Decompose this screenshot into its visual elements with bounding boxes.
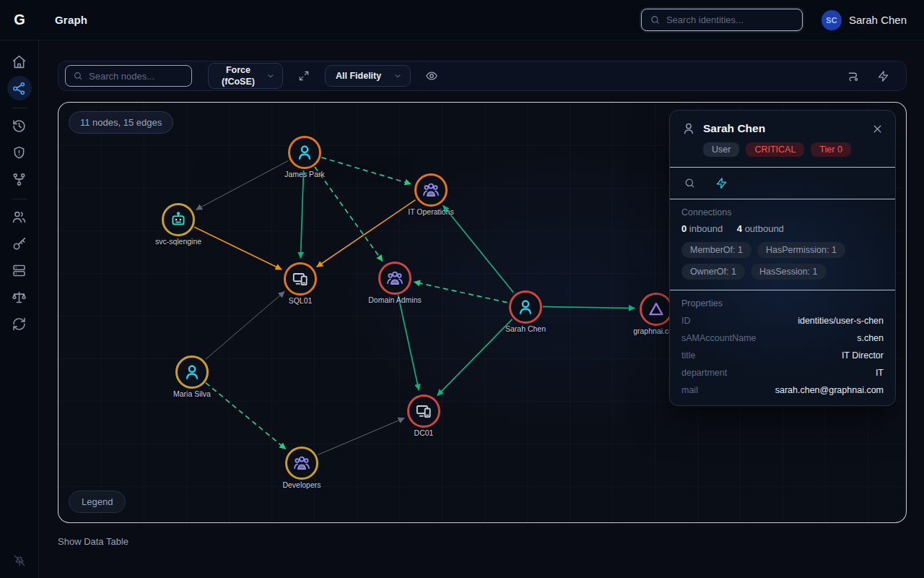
sidebar-item-network[interactable] (7, 76, 32, 100)
edge-count-badge: OwnerOf: 1 (681, 264, 745, 280)
close-icon (871, 123, 884, 135)
edge-developers-dc01 (318, 418, 404, 454)
sidebar-item-scale[interactable] (7, 285, 32, 309)
edge-maria-developers (206, 383, 286, 449)
zap-icon (877, 70, 889, 82)
property-row: IDidentities/user-s-chen (681, 316, 884, 326)
graph-node-sarah[interactable]: Sarah Chen (509, 290, 542, 324)
shield-alert-icon (12, 145, 27, 160)
sidebar-item-refresh[interactable] (7, 311, 32, 336)
node-detail-panel: Sarah Chen UserCRITICALTier 0 Connection… (669, 110, 896, 406)
identity-search[interactable] (641, 9, 803, 31)
identity-search-input[interactable] (666, 14, 794, 25)
key-icon (12, 236, 27, 251)
panel-header: Sarah Chen UserCRITICALTier 0 (670, 111, 895, 167)
user-icon (516, 298, 535, 316)
quick-actions-button[interactable] (874, 67, 892, 85)
connections-section: Connections 0 inbound 4 outbound MemberO… (670, 199, 895, 290)
graph-node-itops[interactable]: IT Operations (414, 173, 448, 207)
maximize-icon (298, 70, 310, 82)
sidebar-pin-button[interactable] (12, 553, 27, 568)
sidebar-item-home[interactable] (7, 49, 32, 74)
properties-section: Properties IDidentities/user-s-chensAMAc… (670, 290, 895, 405)
fit-view-button[interactable] (295, 67, 313, 85)
user-icon (183, 363, 201, 381)
graph-canvas[interactable]: James ParkIT Operationssvc-sqlengineSQL0… (58, 102, 907, 523)
close-panel-button[interactable] (871, 123, 884, 135)
panel-title: Sarah Chen (703, 122, 864, 135)
node-label: James Park (284, 170, 324, 178)
user-icon (295, 143, 314, 162)
zap-icon (715, 177, 728, 189)
edge-count-badge: MemberOf: 1 (681, 242, 751, 258)
edge-james-sql01 (300, 171, 303, 259)
graph-stats-badge: 11 nodes, 15 edges (69, 111, 173, 134)
refresh-icon (12, 316, 27, 332)
graph-node-james[interactable]: James Park (288, 136, 321, 169)
search-icon (684, 177, 696, 189)
sidebar-item-server[interactable] (7, 258, 32, 282)
graph-node-domadmins[interactable]: Domain Admins (378, 262, 411, 295)
sidebar-item-history[interactable] (7, 113, 32, 138)
network-icon (12, 81, 27, 96)
show-data-table-link[interactable]: Show Data Table (58, 536, 128, 547)
edge-svc-sql01 (194, 227, 282, 269)
graph-node-developers[interactable]: Developers (285, 447, 318, 480)
node-label: Domain Admins (368, 296, 422, 304)
sidebar-item-fork[interactable] (7, 167, 32, 191)
edge-james-itops (321, 158, 411, 184)
graph-node-sql01[interactable]: SQL01 (284, 262, 317, 296)
property-row: titleIT Director (681, 350, 884, 361)
topbar: G Graph SC Sarah Chen (0, 0, 924, 40)
sidebar-item-shield-alert[interactable] (7, 140, 32, 165)
property-row: departmentIT (681, 368, 884, 378)
property-row: sAMAccountNames.chen (681, 333, 884, 343)
layout-select[interactable]: Force (fCoSE) (208, 63, 283, 89)
node-label: IT Operations (408, 207, 453, 216)
legend-button[interactable]: Legend (69, 491, 126, 513)
sidebar-item-key[interactable] (7, 231, 32, 256)
sidebar (0, 40, 39, 578)
panel-zap-button[interactable] (715, 177, 728, 189)
panel-search-button[interactable] (684, 177, 696, 189)
fork-icon (12, 172, 27, 187)
node-search[interactable] (65, 65, 192, 87)
path-finding-button[interactable] (845, 67, 862, 85)
panel-badges: UserCRITICALTier 0 (703, 142, 884, 157)
app-logo: G (0, 12, 39, 28)
eye-icon (425, 69, 438, 82)
edge-james-svc (196, 160, 288, 210)
visibility-button[interactable] (423, 67, 440, 85)
graph-node-svc[interactable]: svc-sqlengine (162, 203, 195, 236)
panel-actions (670, 167, 895, 199)
edge-sarah-itops (443, 205, 514, 292)
avatar[interactable]: SC (821, 10, 842, 30)
node-label: Sarah Chen (505, 324, 546, 333)
home-icon (12, 54, 27, 69)
fidelity-select[interactable]: All Fidelity (325, 65, 411, 87)
sidebar-divider (12, 108, 27, 108)
node-search-input[interactable] (89, 71, 184, 82)
node-label: SQL01 (289, 296, 313, 305)
status-badge: User (703, 142, 739, 157)
connections-heading: Connections (681, 207, 884, 217)
node-label: svc-sqlengine (155, 237, 201, 246)
sidebar-divider (12, 199, 27, 199)
graph-node-graphnai[interactable]: graphnai.com (640, 293, 673, 326)
chevron-down-icon (266, 71, 276, 81)
search-icon (650, 14, 661, 25)
graph-node-maria[interactable]: Maria Silva (175, 355, 209, 389)
edge-count-badge: HasPermission: 1 (757, 242, 845, 258)
history-icon (12, 118, 27, 134)
server-icon (12, 263, 27, 278)
route-icon (847, 69, 860, 82)
user-icon (681, 121, 696, 136)
edge-itops-sql01 (317, 200, 416, 267)
chevron-down-icon (393, 71, 403, 81)
group-icon (292, 454, 311, 473)
graph-node-dc01[interactable]: DC01 (407, 394, 440, 428)
sidebar-item-users[interactable] (7, 204, 32, 229)
edge-sarah-graphnai (543, 306, 635, 308)
edge-count-badge: HasSession: 1 (751, 264, 827, 280)
connection-counts: 0 inbound 4 outbound (681, 223, 884, 234)
